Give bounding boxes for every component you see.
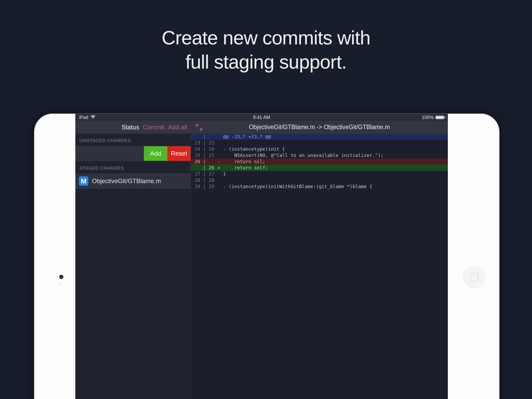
sidebar-tabs: Status Commit Add all: [75, 121, 191, 134]
tab-commit[interactable]: Commit: [143, 124, 164, 131]
code-line: | @@ -23,7 +23,7 @@: [191, 134, 448, 140]
battery-pct-label: 100%: [422, 115, 434, 120]
add-button[interactable]: Add: [144, 146, 167, 161]
tab-status[interactable]: Status: [122, 124, 139, 131]
ipad-frame: iPad 9:41 AM 100% Status Commit Add all …: [34, 114, 499, 399]
staged-section-header: STAGED CHANGES: [75, 161, 191, 174]
code-line: 27 | 27 }: [191, 171, 448, 177]
status-bar: iPad 9:41 AM 100%: [75, 114, 448, 121]
reset-button[interactable]: Reset: [167, 146, 191, 161]
unstaged-section-header: UNSTAGED CHANGES: [75, 134, 191, 146]
tab-add-all[interactable]: Add all: [168, 124, 187, 131]
home-button[interactable]: [463, 266, 485, 288]
code-line: 25 | 25 NSAssert(NO, @"Call to an unavai…: [191, 152, 448, 158]
code-line: 26 | - return nil;: [191, 158, 448, 165]
marketing-headline: Create new commits with full staging sup…: [0, 0, 532, 74]
diff-title: ObjectiveGit/GTBlame.m -> ObjectiveGit/G…: [191, 124, 448, 131]
diff-panel: ObjectiveGit/GTBlame.m -> ObjectiveGit/G…: [191, 121, 448, 399]
unstaged-file-row[interactable]: nd Add Reset: [75, 146, 191, 161]
code-line: | 26+ return self;: [191, 165, 448, 171]
code-line: 24 | 24 - (instancetype)init {: [191, 146, 448, 152]
headline-line: full staging support.: [185, 51, 347, 73]
code-line: 28 | 28: [191, 177, 448, 183]
sidebar: Status Commit Add all UNSTAGED CHANGES n…: [75, 121, 191, 399]
code-line: 23 | 23: [191, 140, 448, 146]
clock-label: 9:41 AM: [253, 115, 270, 120]
diff-code-view[interactable]: | @@ -23,7 +23,7 @@23 | 23 24 | 24 - (in…: [191, 134, 448, 190]
code-line: 29 | 29 - (instancetype)initWithGitBlame…: [191, 183, 448, 190]
wifi-icon: [90, 115, 96, 120]
expand-icon[interactable]: [196, 124, 202, 131]
carrier-label: iPad: [79, 115, 88, 120]
battery-icon: [435, 116, 444, 119]
camera-icon: [59, 275, 63, 279]
staged-file-name: ObjectiveGit/GTBlame.m: [92, 177, 161, 185]
staged-file-row[interactable]: M ObjectiveGit/GTBlame.m: [75, 174, 191, 189]
sensor-dot-icon: [60, 283, 62, 284]
modified-badge-icon: M: [79, 176, 88, 186]
app-screen: iPad 9:41 AM 100% Status Commit Add all …: [75, 114, 448, 399]
headline-line: Create new commits with: [162, 27, 370, 49]
diff-header: ObjectiveGit/GTBlame.m -> ObjectiveGit/G…: [191, 121, 448, 134]
